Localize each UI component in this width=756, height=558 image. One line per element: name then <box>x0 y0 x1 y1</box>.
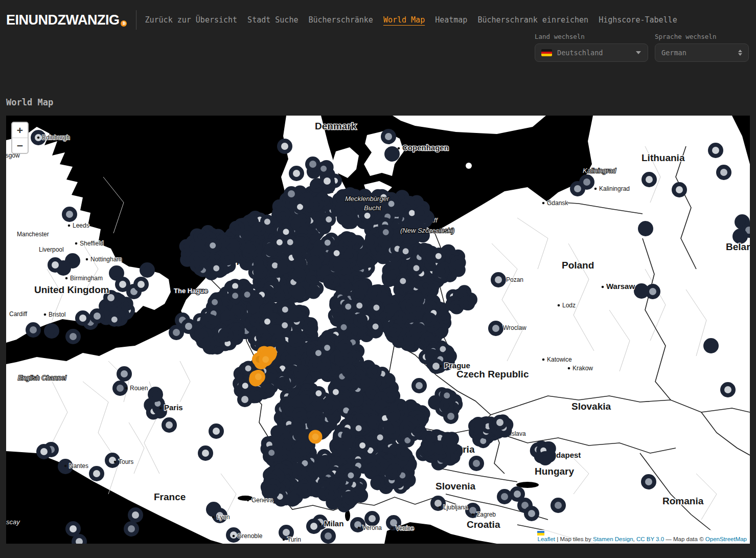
map-marker[interactable] <box>130 509 141 521</box>
map-marker[interactable] <box>254 224 264 234</box>
map-marker[interactable] <box>206 317 216 327</box>
map-marker[interactable] <box>291 310 301 320</box>
leaflet-link[interactable]: Leaflet <box>537 536 555 542</box>
map-marker[interactable] <box>735 231 746 242</box>
map-marker[interactable] <box>345 234 355 244</box>
map-marker[interactable] <box>243 363 254 373</box>
map-marker[interactable] <box>346 470 356 480</box>
map-marker[interactable] <box>307 159 318 170</box>
map-marker[interactable] <box>91 310 103 322</box>
country-select[interactable]: Deutschland <box>535 43 648 62</box>
map-marker[interactable] <box>512 488 523 500</box>
map-marker[interactable] <box>308 521 319 532</box>
map-marker[interactable] <box>471 458 482 469</box>
map-marker[interactable] <box>38 446 50 457</box>
map-marker[interactable] <box>331 260 341 270</box>
map-marker[interactable] <box>252 388 262 398</box>
map-marker[interactable] <box>244 245 254 255</box>
osm-link[interactable]: OpenStreetMap <box>705 536 747 542</box>
map-marker[interactable] <box>343 302 353 312</box>
map-marker[interactable] <box>494 417 506 428</box>
nav-item-stadt-suche[interactable]: Stadt Suche <box>247 15 298 25</box>
map-marker[interactable] <box>432 498 444 509</box>
map-marker-orange[interactable] <box>310 432 320 442</box>
map-marker[interactable] <box>352 519 363 530</box>
map-marker[interactable] <box>302 392 312 403</box>
map-marker[interactable] <box>381 227 391 237</box>
map-marker[interactable] <box>398 449 408 459</box>
map-marker[interactable] <box>388 410 398 420</box>
map-marker[interactable] <box>718 167 729 178</box>
map-marker[interactable] <box>171 327 182 338</box>
map-marker[interactable] <box>490 323 501 334</box>
map-marker[interactable] <box>371 322 381 332</box>
map-marker[interactable] <box>369 417 379 427</box>
map-marker[interactable] <box>421 281 431 291</box>
world-map[interactable]: + − Leaflet | Map tiles by Stamen Design… <box>6 116 750 544</box>
map-marker[interactable] <box>77 313 88 324</box>
language-select[interactable]: German <box>655 43 749 62</box>
map-marker[interactable] <box>119 368 130 380</box>
map-marker[interactable] <box>705 340 717 351</box>
zoom-out-button[interactable]: − <box>12 138 28 153</box>
map-marker[interactable] <box>109 315 120 325</box>
map-marker[interactable] <box>290 336 301 346</box>
map-marker-orange[interactable] <box>253 372 263 382</box>
map-marker[interactable] <box>221 330 231 340</box>
map-marker[interactable] <box>325 401 335 412</box>
map-marker[interactable] <box>439 313 449 323</box>
map-marker[interactable] <box>309 258 319 269</box>
map-marker[interactable] <box>310 360 320 370</box>
map-marker[interactable] <box>212 252 222 262</box>
map-marker[interactable] <box>412 294 422 304</box>
cc-link[interactable]: CC BY 3.0 <box>636 536 664 542</box>
map-marker[interactable] <box>346 251 356 261</box>
map-marker[interactable] <box>372 478 382 488</box>
map-marker[interactable] <box>28 324 39 336</box>
map-canvas[interactable]: LondonBerlinBudapestLeipzigNurembergBrat… <box>6 116 750 544</box>
map-marker[interactable] <box>461 298 471 308</box>
nav-item-b-cherschrank-einreichen[interactable]: Bücherschrank einreichen <box>477 15 588 25</box>
map-marker[interactable] <box>346 493 356 503</box>
map-marker[interactable] <box>356 282 366 293</box>
map-marker[interactable] <box>636 285 647 297</box>
map-marker[interactable] <box>208 240 218 251</box>
map-marker[interactable] <box>278 209 288 219</box>
map-marker[interactable] <box>493 274 504 285</box>
map-marker[interactable] <box>398 276 408 286</box>
map-marker[interactable] <box>142 264 153 276</box>
map-marker[interactable] <box>343 208 354 218</box>
map-marker[interactable] <box>445 411 456 422</box>
map-marker[interactable] <box>279 141 290 152</box>
map-marker[interactable] <box>354 301 364 311</box>
stamen-link[interactable]: Stamen Design <box>593 536 633 542</box>
map-marker[interactable] <box>232 223 242 233</box>
map-marker[interactable] <box>242 289 253 300</box>
map-marker[interactable] <box>526 508 537 519</box>
map-marker[interactable] <box>126 523 137 534</box>
map-marker[interactable] <box>67 523 79 534</box>
map-marker[interactable] <box>274 237 285 248</box>
map-marker[interactable] <box>640 223 651 234</box>
map-marker[interactable] <box>352 394 362 405</box>
map-marker[interactable] <box>295 238 306 249</box>
map-marker-orange[interactable] <box>261 354 271 365</box>
map-marker[interactable] <box>438 266 448 276</box>
map-marker[interactable] <box>294 270 304 280</box>
map-marker[interactable] <box>424 444 434 454</box>
map-marker[interactable] <box>323 238 333 248</box>
map-marker[interactable] <box>135 279 147 290</box>
map-marker[interactable] <box>390 466 400 476</box>
map-marker[interactable] <box>722 384 734 395</box>
map-marker[interactable] <box>643 476 654 487</box>
map-marker[interactable] <box>644 174 655 185</box>
nav-item-heatmap[interactable]: Heatmap <box>435 15 467 25</box>
map-marker[interactable] <box>371 303 381 313</box>
map-marker[interactable] <box>581 176 592 188</box>
map-marker[interactable] <box>325 277 335 287</box>
map-marker[interactable] <box>293 287 304 298</box>
map-marker[interactable] <box>239 394 250 405</box>
map-marker[interactable] <box>230 291 240 301</box>
map-marker[interactable] <box>370 367 380 377</box>
map-marker[interactable] <box>192 254 202 264</box>
